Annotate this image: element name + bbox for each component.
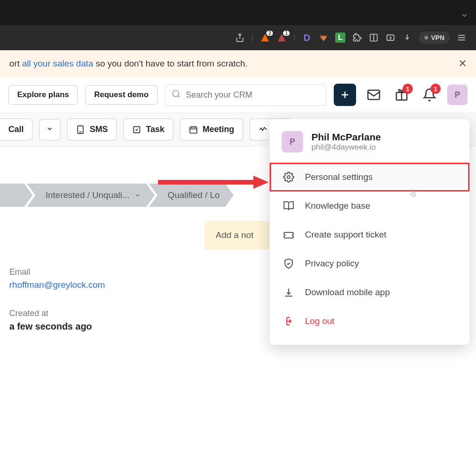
created-label: Created at bbox=[9, 309, 186, 318]
menu-knowledge-base[interactable]: Knowledge base bbox=[270, 192, 469, 220]
user-dropdown: P Phil McParlane phil@4dayweek.io Person… bbox=[270, 119, 469, 345]
banner-text-prefix: ort bbox=[9, 59, 22, 68]
logout-icon bbox=[283, 315, 295, 327]
hamburger-icon[interactable] bbox=[456, 33, 467, 43]
browser-titlebar bbox=[0, 0, 476, 25]
extension-letter-d[interactable]: D bbox=[302, 33, 312, 43]
menu-privacy-policy[interactable]: Privacy policy bbox=[270, 249, 469, 278]
extension-letter-l[interactable]: L bbox=[335, 33, 345, 43]
mail-icon[interactable] bbox=[364, 85, 384, 105]
menu-support-ticket[interactable]: Create support ticket bbox=[270, 220, 469, 249]
menu-label: Personal settings bbox=[305, 172, 373, 182]
dropdown-header: P Phil McParlane phil@4dayweek.io bbox=[270, 128, 469, 163]
book-icon bbox=[283, 200, 295, 212]
annotation-arrow bbox=[153, 173, 270, 193]
dropdown-avatar: P bbox=[282, 131, 303, 152]
add-button[interactable] bbox=[334, 84, 356, 106]
browser-toolbar: | 2 1 | D L VPN bbox=[0, 25, 476, 50]
menu-label: Download mobile app bbox=[305, 287, 390, 298]
bell-badge: 1 bbox=[430, 84, 441, 94]
svg-rect-20 bbox=[190, 127, 197, 133]
svg-marker-29 bbox=[253, 176, 269, 189]
menu-label: Knowledge base bbox=[305, 201, 370, 211]
created-value: a few seconds ago bbox=[9, 321, 186, 332]
menu-download-app[interactable]: Download mobile app bbox=[270, 278, 469, 307]
share-icon[interactable] bbox=[235, 33, 245, 43]
vpn-label: VPN bbox=[431, 34, 444, 41]
sms-button[interactable]: SMS bbox=[67, 119, 117, 140]
menu-label: Create support ticket bbox=[305, 230, 386, 240]
sms-label: SMS bbox=[90, 125, 108, 134]
menu-personal-settings[interactable]: Personal settings bbox=[270, 163, 469, 192]
call-label: Call bbox=[8, 125, 24, 134]
search-input[interactable] bbox=[165, 84, 326, 106]
call-button[interactable]: Call bbox=[0, 119, 33, 140]
task-label: Task bbox=[146, 125, 165, 134]
window-icon[interactable] bbox=[385, 33, 396, 43]
fox-icon[interactable] bbox=[318, 33, 329, 43]
extension-badge-2: 1 bbox=[283, 31, 290, 36]
svg-rect-14 bbox=[368, 90, 380, 99]
gear-icon bbox=[283, 171, 295, 183]
meeting-label: Meeting bbox=[203, 125, 234, 134]
add-note-input[interactable]: Add a not bbox=[205, 221, 270, 250]
details-panel: Email rhoffman@greylock.com Created at a… bbox=[9, 221, 186, 332]
svg-rect-17 bbox=[78, 126, 83, 133]
extension-badge-1: 2 bbox=[266, 31, 273, 36]
meeting-button[interactable]: Meeting bbox=[180, 119, 243, 140]
menu-label: Privacy policy bbox=[305, 258, 359, 269]
request-demo-button[interactable]: Request demo bbox=[85, 85, 157, 105]
close-icon[interactable]: ✕ bbox=[458, 58, 467, 70]
menu-logout[interactable]: Log out bbox=[270, 307, 469, 336]
svg-point-10 bbox=[172, 91, 178, 97]
shield-icon bbox=[283, 258, 295, 270]
gift-badge: 1 bbox=[403, 84, 413, 94]
chevron-down-icon[interactable] bbox=[460, 11, 469, 21]
vpn-status-dot bbox=[424, 36, 428, 40]
header-toolbar: Explore plans Request demo 1 1 P bbox=[0, 77, 476, 113]
email-label: Email bbox=[9, 267, 186, 277]
search-icon bbox=[172, 89, 181, 100]
extension-icon-1[interactable]: 2 bbox=[260, 33, 270, 43]
download-icon[interactable] bbox=[402, 33, 412, 43]
ticket-icon bbox=[283, 229, 295, 241]
svg-point-24 bbox=[287, 176, 290, 178]
download-app-icon bbox=[283, 286, 295, 298]
gift-icon[interactable]: 1 bbox=[391, 85, 412, 105]
cursor-icon: 👆 bbox=[408, 189, 417, 198]
bell-icon[interactable]: 1 bbox=[419, 85, 440, 105]
pipeline-stage-0[interactable] bbox=[0, 184, 33, 207]
call-dropdown-toggle[interactable] bbox=[39, 119, 60, 140]
menu-label: Log out bbox=[305, 316, 334, 326]
vpn-button[interactable]: VPN bbox=[419, 32, 450, 44]
import-banner: ort all your sales data so you don't hav… bbox=[0, 50, 476, 77]
banner-text-suffix: so you don't have to start from scratch. bbox=[93, 59, 248, 68]
puzzle-icon[interactable] bbox=[352, 33, 362, 43]
email-value[interactable]: rhoffman@greylock.com bbox=[9, 280, 186, 290]
explore-plans-button[interactable]: Explore plans bbox=[8, 85, 78, 105]
avatar[interactable]: P bbox=[447, 85, 468, 105]
task-button[interactable]: Task bbox=[123, 119, 173, 140]
banner-link[interactable]: all your sales data bbox=[22, 59, 93, 68]
dropdown-user-name: Phil McParlane bbox=[311, 132, 381, 143]
extension-icon-2[interactable]: 1 bbox=[277, 33, 287, 43]
pipeline-stage-interested[interactable]: Interested / Unquali... bbox=[27, 184, 155, 207]
svg-line-11 bbox=[178, 96, 180, 98]
dropdown-user-email: phil@4dayweek.io bbox=[311, 143, 381, 152]
panel-icon[interactable] bbox=[369, 33, 379, 43]
